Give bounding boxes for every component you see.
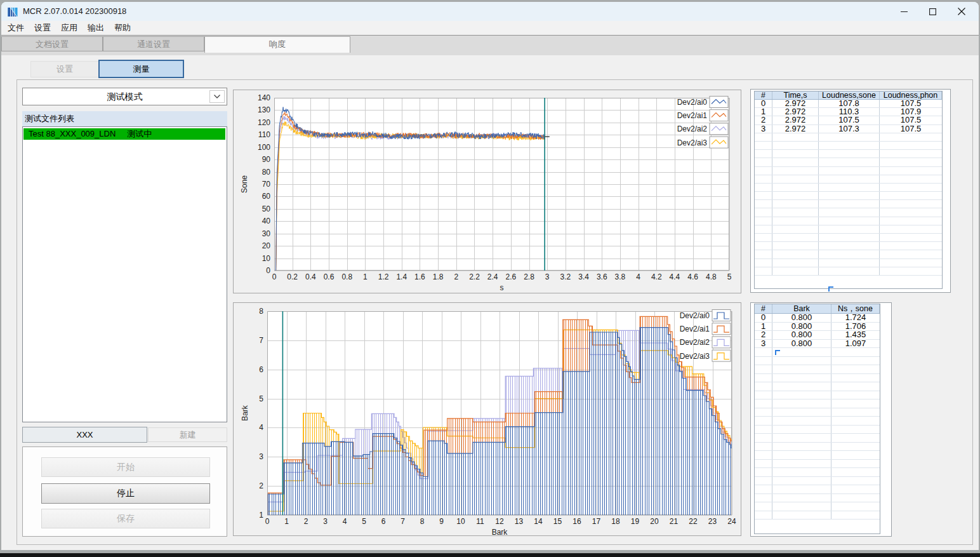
table-row[interactable] [755, 259, 942, 267]
table-row[interactable] [755, 175, 942, 184]
table-row[interactable] [755, 391, 880, 400]
close-button[interactable] [947, 2, 976, 21]
maximize-button[interactable] [918, 2, 947, 21]
table-row[interactable] [755, 267, 942, 276]
svg-text:5: 5 [727, 272, 732, 281]
column-header[interactable]: Time,s [772, 91, 819, 99]
column-header[interactable]: Bark [772, 304, 831, 313]
start-button[interactable]: 开始 [41, 457, 210, 477]
table-row[interactable]: 10.8001.706 [755, 323, 880, 332]
table-cell [755, 477, 772, 485]
column-header[interactable]: # [755, 304, 772, 313]
table-row[interactable] [755, 158, 942, 166]
test-mode-dropdown[interactable]: 测试模式 [22, 88, 227, 105]
dropdown-arrow-button[interactable] [209, 90, 225, 103]
menu-item-3[interactable]: 输出 [83, 21, 109, 35]
measure-control-panel: 开始 停止 保存 [22, 446, 227, 537]
table-row[interactable] [755, 417, 880, 426]
column-header[interactable]: Ns，sone [831, 304, 880, 313]
table-row[interactable] [755, 192, 942, 200]
table-cell [831, 408, 880, 417]
table-row[interactable] [755, 502, 880, 511]
subtab-settings-button[interactable]: 设置 [30, 61, 99, 77]
table-cell [772, 426, 831, 434]
table-row[interactable] [755, 217, 942, 225]
table-row[interactable]: 20.8001.435 [755, 331, 880, 340]
table-cell: 107.5 [819, 116, 880, 124]
svg-text:0.4: 0.4 [305, 272, 316, 281]
table-row[interactable]: 22.972107.5107.5 [755, 116, 942, 124]
svg-text:4.6: 4.6 [687, 272, 698, 281]
save-button[interactable]: 保存 [41, 509, 210, 528]
table-row[interactable]: 12.972110.3107.9 [755, 108, 942, 116]
column-header[interactable]: Loudness,sone [819, 91, 880, 99]
table-row[interactable] [755, 477, 880, 486]
svg-text:11: 11 [476, 517, 484, 526]
column-header[interactable]: # [755, 91, 772, 99]
table-cell [755, 494, 772, 502]
table-row[interactable] [755, 242, 942, 250]
menu-item-0[interactable]: 文件 [3, 21, 29, 35]
loudness-table[interactable]: #Time,sLoudness,soneLoudness,phon02.9721… [754, 91, 943, 289]
table-row[interactable] [755, 443, 880, 452]
table-cell [772, 217, 819, 225]
table-row[interactable] [755, 511, 880, 520]
table-row[interactable]: 00.8001.724 [755, 314, 880, 323]
column-header[interactable]: Loudness,phon [880, 91, 942, 99]
table-row[interactable] [755, 142, 942, 150]
table-cell [772, 408, 831, 417]
table-row[interactable] [755, 365, 880, 374]
loudness-time-chart: 00.20.40.60.811.21.41.61.822.22.42.62.83… [233, 90, 741, 293]
table-row[interactable] [755, 348, 880, 357]
table-row[interactable] [755, 234, 942, 242]
table-cell [755, 192, 772, 199]
table-row[interactable] [755, 399, 880, 408]
svg-text:8: 8 [420, 517, 425, 526]
minimize-button[interactable] [890, 2, 918, 21]
table-cell [755, 485, 772, 493]
table-row[interactable] [755, 451, 880, 460]
legend-label: Dev2/ai3 [680, 352, 710, 361]
table-row[interactable] [755, 250, 942, 258]
table-row[interactable] [755, 357, 880, 366]
table-cell [755, 175, 772, 183]
table-row[interactable] [755, 426, 880, 434]
svg-text:10: 10 [262, 254, 271, 263]
table-cell [831, 426, 880, 434]
table-row[interactable] [755, 208, 942, 217]
test-file-listbox[interactable]: Test 88_XXX_009_LDN测试中 [22, 126, 227, 422]
table-row[interactable] [755, 200, 942, 208]
stop-button[interactable]: 停止 [41, 483, 210, 504]
svg-text:0.2: 0.2 [287, 272, 298, 281]
table-row[interactable] [755, 184, 942, 192]
table-row[interactable] [755, 460, 880, 469]
table-cell: 110.3 [819, 108, 880, 116]
tab-0[interactable]: 文档设置 [1, 36, 103, 51]
table-cell [755, 242, 772, 250]
table-row[interactable] [755, 374, 880, 383]
xxx-button[interactable]: XXX [22, 427, 147, 443]
subtab-measure-button[interactable]: 测量 [98, 60, 184, 78]
new-button[interactable]: 新建 [148, 427, 227, 442]
table-row[interactable] [755, 225, 942, 234]
table-row[interactable] [755, 468, 880, 477]
table-row[interactable] [755, 494, 880, 503]
svg-text:3.2: 3.2 [560, 272, 571, 281]
table-row[interactable] [755, 382, 880, 391]
specific-loudness-table[interactable]: #BarkNs，sone00.8001.72410.8001.70620.800… [754, 304, 880, 534]
menu-item-4[interactable]: 帮助 [109, 21, 136, 35]
table-row[interactable]: 32.972107.3107.5 [755, 125, 942, 133]
tab-2[interactable]: 响度 [204, 36, 350, 53]
table-row[interactable]: 02.972107.8107.5 [755, 100, 942, 108]
table-row[interactable] [755, 133, 942, 142]
table-row[interactable] [755, 434, 880, 443]
menu-item-1[interactable]: 设置 [29, 21, 56, 35]
table-row[interactable] [755, 150, 942, 158]
test-file-item[interactable]: Test 88_XXX_009_LDN测试中 [23, 128, 225, 140]
table-row[interactable] [755, 167, 942, 175]
table-row[interactable] [755, 408, 880, 417]
menu-item-2[interactable]: 应用 [56, 21, 83, 35]
table-row[interactable] [755, 485, 880, 494]
table-row[interactable]: 30.8001.097 [755, 340, 880, 349]
tab-1[interactable]: 通道设置 [103, 36, 204, 51]
